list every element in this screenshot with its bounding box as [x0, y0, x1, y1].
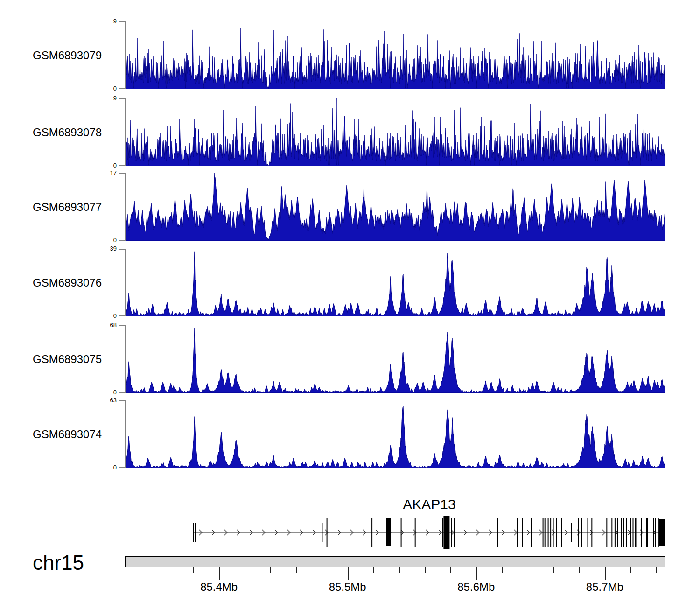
genome-minor-tick [399, 567, 400, 573]
genome-minor-tick [528, 567, 529, 573]
track-label: GSM6893078 [33, 126, 117, 139]
track-label: GSM6893074 [33, 428, 117, 441]
genome-minor-tick [322, 567, 323, 573]
y-axis-max-label: 9 [89, 95, 117, 102]
genome-minor-tick [245, 567, 245, 573]
y-tick-bottom [119, 467, 126, 468]
genome-minor-tick [296, 567, 297, 573]
coverage-signal [126, 173, 665, 241]
track-row-GSM6893079: GSM689307990 [0, 21, 700, 89]
genome-minor-tick [270, 567, 271, 573]
genome-minor-tick [142, 567, 143, 573]
genome-tick-label: 85.7Mb [572, 581, 637, 594]
genome-minor-tick [579, 567, 580, 573]
chromosome-label: chr15 [33, 551, 84, 574]
track-label: GSM6893075 [33, 353, 117, 366]
y-axis-min-label: 0 [89, 312, 117, 320]
track-label: GSM6893076 [33, 276, 117, 289]
gene-name-label: AKAP13 [387, 497, 471, 512]
genome-major-tick [605, 567, 606, 580]
y-tick-top [119, 325, 126, 326]
y-axis-max-label: 17 [89, 169, 117, 177]
track-row-GSM6893074: GSM6893074630 [0, 400, 700, 468]
track-row-GSM6893077: GSM6893077170 [0, 173, 700, 241]
genome-minor-tick [168, 567, 168, 573]
y-tick-bottom [119, 392, 126, 393]
track-row-GSM6893075: GSM6893075680 [0, 325, 700, 393]
genome-minor-tick [502, 567, 503, 573]
y-axis-min-label: 0 [89, 162, 117, 169]
genome-minor-tick [553, 567, 554, 573]
y-tick-top [119, 400, 126, 401]
y-tick-bottom [119, 165, 126, 166]
y-axis-min-label: 0 [89, 85, 117, 92]
track-label: GSM6893079 [33, 49, 117, 62]
y-tick-bottom [119, 240, 126, 241]
y-tick-top [119, 21, 126, 22]
y-axis-max-label: 9 [89, 18, 117, 25]
genome-minor-tick [193, 567, 194, 573]
coverage-signal [126, 21, 665, 89]
y-axis-min-label: 0 [89, 237, 117, 244]
gene-model-track [125, 511, 666, 554]
genome-minor-tick [656, 567, 657, 573]
y-tick-top [119, 173, 126, 174]
y-axis-max-label: 63 [89, 397, 117, 404]
genome-tick-label: 85.6Mb [443, 581, 509, 594]
genome-browser-figure: GSM689307990GSM689307890GSM6893077170GSM… [0, 0, 700, 616]
y-tick-top [119, 249, 126, 250]
genome-minor-tick [425, 567, 426, 573]
y-axis-min-label: 0 [89, 389, 117, 396]
genome-major-tick [476, 567, 477, 580]
y-tick-top [119, 98, 126, 99]
track-row-GSM6893076: GSM6893076390 [0, 249, 700, 316]
coverage-signal [126, 325, 665, 393]
y-axis-max-label: 68 [89, 322, 117, 329]
genome-minor-tick [630, 567, 631, 573]
y-axis-min-label: 0 [89, 464, 117, 471]
genome-major-tick [219, 567, 220, 580]
genome-tick-label: 85.4Mb [186, 581, 252, 594]
genome-tick-label: 85.5Mb [315, 581, 380, 594]
genome-minor-tick [450, 567, 451, 573]
y-tick-bottom [119, 315, 126, 316]
genome-minor-tick [373, 567, 374, 573]
track-row-GSM6893078: GSM689307890 [0, 98, 700, 166]
coverage-signal [126, 400, 665, 468]
chromosome-ideogram-bar [125, 556, 665, 567]
coverage-signal [126, 98, 665, 166]
coverage-signal [126, 249, 665, 316]
genome-major-tick [348, 567, 349, 580]
y-axis-max-label: 39 [89, 245, 117, 252]
track-label: GSM6893077 [33, 201, 117, 214]
y-tick-bottom [119, 88, 126, 89]
